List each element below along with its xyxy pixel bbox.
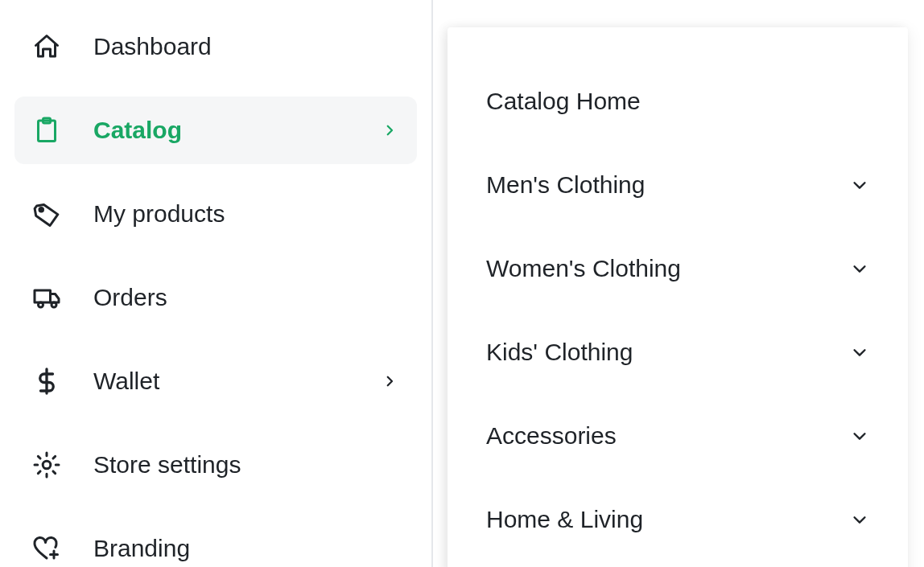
catalog-submenu-panel: Catalog Home Men's Clothing Women's Clot…: [448, 27, 908, 567]
chevron-right-icon: [380, 121, 399, 140]
sidebar-item-store-settings[interactable]: Store settings: [14, 431, 417, 499]
panel-item-mens-clothing[interactable]: Men's Clothing: [448, 143, 908, 227]
chevron-down-icon: [850, 426, 869, 446]
sidebar-item-label: Branding: [93, 535, 399, 562]
chevron-right-icon: [380, 372, 399, 391]
panel-item-kids-clothing[interactable]: Kids' Clothing: [448, 310, 908, 394]
panel-item-label: Catalog Home: [486, 88, 641, 115]
panel-item-womens-clothing[interactable]: Women's Clothing: [448, 227, 908, 310]
panel-item-label: Home & Living: [486, 506, 643, 533]
panel-item-home-living[interactable]: Home & Living: [448, 478, 908, 561]
sidebar-item-orders[interactable]: Orders: [14, 264, 417, 331]
svg-point-5: [52, 302, 56, 307]
sidebar-item-dashboard[interactable]: Dashboard: [14, 13, 417, 80]
sidebar-item-label: Catalog: [93, 117, 380, 144]
tag-icon: [32, 199, 61, 228]
sidebar-item-label: Orders: [93, 284, 399, 311]
chevron-down-icon: [850, 510, 869, 529]
panel-item-label: Kids' Clothing: [486, 339, 633, 366]
clipboard-icon: [32, 116, 61, 145]
sidebar-item-catalog[interactable]: Catalog: [14, 97, 417, 164]
chevron-down-icon: [850, 175, 869, 195]
gear-icon: [32, 450, 61, 479]
sidebar-item-label: My products: [93, 200, 399, 228]
sidebar-item-label: Store settings: [93, 451, 399, 479]
heart-plus-icon: [32, 534, 61, 563]
panel-item-accessories[interactable]: Accessories: [448, 394, 908, 478]
svg-rect-3: [35, 290, 51, 302]
chevron-down-icon: [850, 343, 869, 362]
truck-icon: [32, 283, 61, 312]
panel-item-label: Women's Clothing: [486, 255, 681, 282]
svg-point-2: [39, 208, 43, 212]
home-icon: [32, 32, 61, 61]
panel-item-catalog-home[interactable]: Catalog Home: [448, 60, 908, 143]
sidebar-item-label: Dashboard: [93, 33, 399, 60]
panel-item-label: Accessories: [486, 422, 617, 450]
dollar-icon: [32, 367, 61, 396]
svg-point-4: [39, 302, 43, 307]
panel-item-label: Men's Clothing: [486, 171, 646, 199]
chevron-down-icon: [850, 259, 869, 278]
sidebar-item-branding[interactable]: Branding: [14, 515, 417, 567]
sidebar-item-label: Wallet: [93, 368, 380, 395]
sidebar: Dashboard Catalog My products: [0, 0, 433, 567]
sidebar-item-my-products[interactable]: My products: [14, 180, 417, 248]
svg-point-7: [43, 461, 51, 469]
sidebar-item-wallet[interactable]: Wallet: [14, 347, 417, 415]
